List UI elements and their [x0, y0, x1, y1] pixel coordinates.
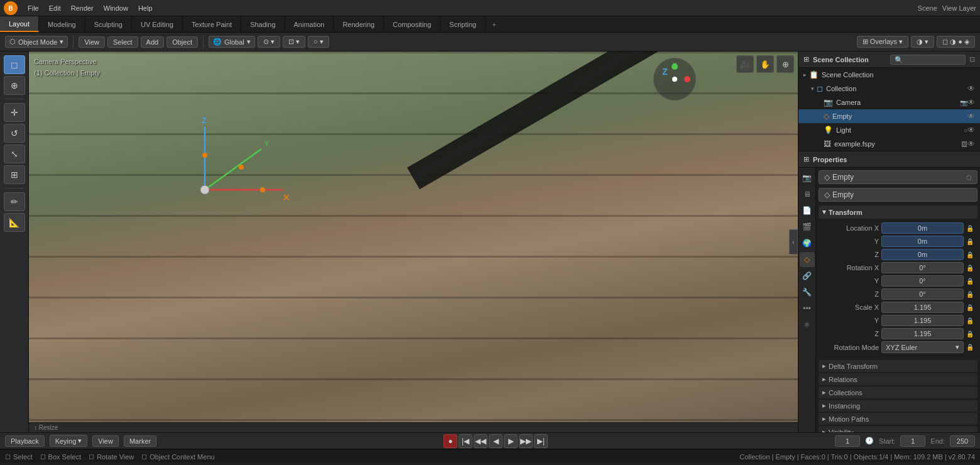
props-output-icon[interactable]: 🖥 — [800, 187, 815, 202]
rotation-z-value[interactable]: 0° — [881, 288, 964, 300]
location-y-value[interactable]: 0m — [881, 236, 964, 247]
outliner-fspy[interactable]: 🖼 example.fspy 🖼 👁 — [798, 137, 980, 151]
camera-view-btn[interactable]: 🎥 — [736, 55, 754, 73]
instancing-section[interactable]: ▸ Instancing — [819, 400, 977, 412]
outliner-collection[interactable]: ▾ ◻ Collection 👁 — [798, 82, 980, 96]
location-x-lock[interactable]: 🔒 — [966, 225, 974, 232]
select-tool-btn[interactable]: ◻ — [4, 55, 25, 74]
visibility-section[interactable]: ▸ Visibility — [819, 426, 977, 432]
playback-btn[interactable]: Playback — [5, 435, 45, 447]
light-eye[interactable]: 👁 — [967, 126, 975, 134]
props-particles-icon[interactable]: ••• — [800, 301, 815, 316]
delta-transform-section[interactable]: ▸ Delta Transform — [819, 360, 977, 372]
rotation-x-value[interactable]: 0° — [881, 262, 964, 273]
tab-scripting[interactable]: Scripting — [440, 16, 486, 32]
skip-start-btn[interactable]: |◀ — [459, 434, 472, 448]
object-mode-dropdown[interactable]: ⬡ Object Mode ▾ — [5, 36, 68, 48]
props-constraints-icon[interactable]: 🔗 — [800, 268, 815, 283]
frame-input[interactable]: 1 — [835, 435, 860, 447]
fspy-eye[interactable]: 👁 — [967, 140, 975, 148]
transform-tool-btn[interactable]: ⊞ — [4, 165, 25, 184]
location-x-value[interactable]: 0m — [881, 222, 964, 234]
marker-btn[interactable]: Marker — [124, 435, 156, 447]
snap-btn[interactable]: ⊡ ▾ — [283, 36, 305, 48]
scale-y-lock[interactable]: 🔒 — [966, 317, 974, 324]
menu-help[interactable]: Help — [133, 3, 158, 13]
play-back-btn[interactable]: ◀ — [489, 434, 503, 448]
props-world-icon[interactable]: 🌍 — [800, 236, 815, 251]
tab-texture-paint[interactable]: Texture Paint — [183, 16, 241, 32]
empty-eye[interactable]: 👁 — [967, 112, 975, 121]
hand-tool-btn[interactable]: ✋ — [756, 55, 774, 73]
tab-uv-editing[interactable]: UV Editing — [132, 16, 183, 32]
object-name-value[interactable]: Empty — [832, 173, 964, 182]
record-btn[interactable]: ● — [444, 434, 457, 448]
proportional-btn[interactable]: ○ ▾ — [308, 36, 329, 48]
motion-paths-section[interactable]: ▸ Motion Paths — [819, 413, 977, 425]
resize-handle[interactable]: ↕ Resize — [29, 422, 798, 432]
skip-end-btn[interactable]: ▶| — [534, 434, 548, 448]
measure-tool-btn[interactable]: 📐 — [4, 213, 25, 232]
tab-compositing[interactable]: Compositing — [384, 16, 440, 32]
location-z-value[interactable]: 0m — [881, 249, 964, 260]
select-menu-btn[interactable]: Select — [107, 36, 138, 48]
scale-z-lock[interactable]: 🔒 — [966, 331, 974, 337]
timeline-view-btn[interactable]: View — [92, 435, 119, 447]
end-frame-input[interactable]: 250 — [950, 435, 975, 447]
transform-section-header[interactable]: ▾ Transform — [819, 205, 977, 219]
menu-file[interactable]: File — [23, 3, 44, 13]
tab-layout[interactable]: Layout — [0, 16, 39, 32]
viewport-shading-btns[interactable]: ◻ ◑ ● ◈ — [937, 36, 975, 48]
menu-window[interactable]: Window — [99, 3, 133, 13]
scale-tool-btn[interactable]: ⤡ — [4, 145, 25, 163]
scale-y-value[interactable]: 1.195 — [881, 315, 964, 326]
collapse-panel-btn[interactable]: ‹ — [789, 229, 798, 254]
collection-eye[interactable]: 👁 — [967, 84, 975, 93]
tab-modeling[interactable]: Modeling — [39, 16, 85, 32]
outliner-camera[interactable]: 📷 Camera 📷 👁 — [798, 96, 980, 109]
step-back-btn[interactable]: ◀◀ — [474, 434, 487, 448]
object-menu-btn[interactable]: Object — [166, 36, 198, 48]
camera-eye[interactable]: 👁 — [967, 98, 975, 107]
shading-btn[interactable]: ◑ ▾ — [911, 36, 934, 48]
add-menu-btn[interactable]: Add — [141, 36, 165, 48]
scale-x-lock[interactable]: 🔒 — [966, 304, 974, 311]
overlays-btn[interactable]: ⊞ Overlays ▾ — [857, 36, 909, 48]
viewport[interactable]: Camera Perspective (1) Collection | Empt… — [29, 52, 798, 432]
pivot-btn[interactable]: ⊙ ▾ — [258, 36, 280, 48]
move-tool-btn[interactable]: ✛ — [4, 103, 25, 122]
start-frame-input[interactable]: 1 — [900, 435, 925, 447]
rotation-mode-lock[interactable]: 🔒 — [966, 344, 974, 351]
step-forward-btn[interactable]: ▶▶ — [519, 434, 533, 448]
rotation-x-lock[interactable]: 🔒 — [966, 265, 974, 271]
rotation-y-lock[interactable]: 🔒 — [966, 278, 974, 285]
rotation-z-lock[interactable]: 🔒 — [966, 291, 974, 298]
cursor-tool-btn[interactable]: ⊕ — [4, 76, 25, 95]
data-name-value[interactable]: Empty — [832, 190, 972, 199]
menu-edit[interactable]: Edit — [44, 3, 66, 13]
props-object-icon[interactable]: ◇ — [800, 252, 815, 267]
tab-animation[interactable]: Animation — [285, 16, 334, 32]
view-menu-btn[interactable]: View — [79, 36, 105, 48]
location-y-lock[interactable]: 🔒 — [966, 238, 974, 245]
rotation-y-value[interactable]: 0° — [881, 275, 964, 287]
navigation-gizmo[interactable]: Z Y — [653, 58, 697, 102]
relations-section[interactable]: ▸ Relations — [819, 373, 977, 385]
outliner-light[interactable]: 💡 Light ○ 👁 — [798, 123, 980, 137]
location-z-lock[interactable]: 🔒 — [966, 251, 974, 258]
outliner-empty[interactable]: ◇ Empty 👁 — [798, 109, 980, 123]
props-render-icon[interactable]: 📷 — [800, 170, 815, 185]
keying-btn[interactable]: Keying ▾ — [50, 435, 88, 447]
transform-dropdown[interactable]: 🌐 Global ▾ — [209, 36, 255, 48]
tab-rendering[interactable]: Rendering — [334, 16, 384, 32]
zoom-tool-btn[interactable]: ⊕ — [776, 55, 794, 73]
add-workspace-button[interactable]: + — [486, 16, 502, 32]
props-modifiers-icon[interactable]: 🔧 — [800, 285, 815, 300]
props-scene-icon[interactable]: 🎬 — [800, 219, 815, 234]
tab-sculpting[interactable]: Sculpting — [85, 16, 132, 32]
rotate-tool-btn[interactable]: ↺ — [4, 124, 25, 143]
play-btn[interactable]: ▶ — [504, 434, 518, 448]
outliner-filter-icon[interactable]: ⊡ — [969, 55, 975, 63]
scale-z-value[interactable]: 1.195 — [881, 328, 964, 339]
props-view-layer-icon[interactable]: 📄 — [800, 203, 815, 218]
